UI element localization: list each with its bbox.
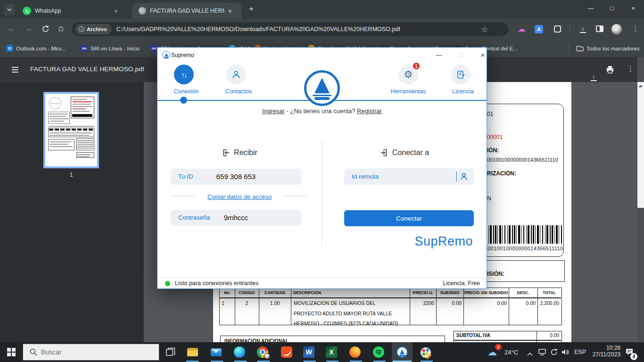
pdf-more-options-icon[interactable]: ⋮ <box>627 65 634 73</box>
pdf-scrollbar-thumb[interactable] <box>637 90 644 208</box>
license-document-icon <box>456 70 465 79</box>
password-field[interactable]: Contraseña 9mhccc <box>171 210 301 226</box>
tab-factura-active[interactable]: FACTURA GAD VALLE HERMOSO × <box>132 3 241 19</box>
reload-icon[interactable] <box>41 25 50 35</box>
taskbar-excel[interactable]: X <box>321 342 342 362</box>
col-header: CANTIDAD <box>259 290 291 295</box>
windows-logo-icon <box>7 348 16 356</box>
thumbnail-page-number: 1 <box>43 171 99 178</box>
tab-contactos-icon[interactable] <box>226 65 246 84</box>
tab-licencia-icon[interactable] <box>451 65 471 84</box>
tab-contactos[interactable]: Contactos <box>217 88 260 95</box>
browser-menu-icon[interactable]: ⋮ <box>632 24 639 33</box>
sidebar-toggle-icon[interactable] <box>596 25 603 32</box>
tab-herramientas[interactable]: Herramientas <box>387 88 429 95</box>
tab-title: FACTURA GAD VALLE HERMOSO <box>150 8 224 14</box>
pdf-download-icon[interactable]: ↓ <box>590 74 598 81</box>
taskbar-search-box[interactable] <box>23 344 159 361</box>
col-header: DESC. <box>509 290 537 295</box>
translate-icon[interactable]: A <box>535 25 543 33</box>
new-tab-button[interactable]: + <box>249 4 254 14</box>
browser-close-button[interactable]: × <box>626 5 640 12</box>
supremo-close-button[interactable]: × <box>475 49 491 61</box>
taskbar-spotify[interactable] <box>368 342 389 362</box>
register-link[interactable]: Registrar <box>357 107 382 115</box>
temperature-text[interactable]: 24°C <box>504 349 518 356</box>
taskbar-chrome[interactable] <box>252 342 273 362</box>
back-icon[interactable]: ← <box>8 24 16 33</box>
your-id-field[interactable]: Tu ID 659 308 653 <box>171 169 301 185</box>
tab-search-chevron-button[interactable] <box>4 4 15 16</box>
all-bookmarks-button[interactable]: Todos los marcadores <box>576 40 640 57</box>
home-icon[interactable]: ⌂ <box>58 23 64 33</box>
bookmarks-divider <box>569 42 569 54</box>
extensions-icon[interactable] <box>554 25 561 33</box>
tray-chevron-up-icon[interactable] <box>527 350 533 358</box>
taskbar-supremo-active[interactable] <box>392 342 413 362</box>
start-button[interactable] <box>0 342 23 362</box>
pdf-page-thumbnail[interactable]: NO LOGO <box>43 92 99 168</box>
taskbar-edge[interactable] <box>229 342 250 362</box>
tab-conexion[interactable]: Conexión <box>165 88 207 95</box>
task-view-icon <box>166 347 175 357</box>
forward-icon[interactable]: → <box>25 24 33 33</box>
remote-id-input[interactable] <box>344 168 474 185</box>
address-book-icon[interactable] <box>460 172 468 181</box>
screen: WhatsApp × FACTURA GAD VALLE HERMOSO × +… <box>0 0 644 362</box>
cell: PROYECTO ADULTO MAYOR RUTA VALLE <box>294 311 392 316</box>
tab-close-icon[interactable]: × <box>228 8 232 15</box>
tab-licencia[interactable]: Licencia <box>442 88 484 95</box>
sync-icon[interactable] <box>550 348 558 358</box>
connect-button[interactable]: Conectar <box>344 210 474 226</box>
cell: 2,200.00 <box>537 300 559 306</box>
supremo-minimize-button[interactable]: — <box>431 49 447 61</box>
pdf-menu-icon[interactable] <box>12 66 18 74</box>
remote-id-field-wrap <box>344 168 474 185</box>
task-view-button[interactable] <box>160 342 181 362</box>
cell: 1.00 <box>259 300 291 306</box>
clock[interactable]: 10:28 27/11/2023 <box>588 345 620 358</box>
firefox-icon <box>349 346 361 358</box>
copy-access-link[interactable]: Copiar datos de acceso <box>207 193 272 200</box>
browser-minimize-button[interactable]: — <box>584 5 598 12</box>
thumbnail-totals-box <box>76 138 94 150</box>
pdf-print-icon[interactable] <box>606 66 614 75</box>
taskbar-paint[interactable] <box>415 342 436 362</box>
cell: 2 <box>235 300 259 306</box>
tray-date: 27/11/2023 <box>588 351 620 358</box>
bookmark-sri-inicio[interactable]: SRISRI en Línea - Inicio <box>81 40 140 57</box>
tab-close-icon[interactable]: × <box>114 8 118 15</box>
weather-extension-icon[interactable]: ☁ <box>518 24 526 34</box>
bookmark-star-icon[interactable]: ☆ <box>481 25 488 34</box>
whatsapp-icon <box>23 7 31 15</box>
col-header: DESCRIPCION <box>291 290 410 295</box>
taskbar-firefox[interactable] <box>345 342 365 362</box>
downloads-icon[interactable]: ↓ <box>579 25 587 33</box>
dash-divider <box>283 196 306 196</box>
tab-conexion-icon[interactable]: ↑↓ <box>174 65 194 84</box>
login-link[interactable]: Ingresar <box>262 107 285 115</box>
search-input[interactable] <box>41 348 145 356</box>
network-icon[interactable] <box>538 349 546 357</box>
spotify-icon <box>373 346 384 358</box>
mail-icon <box>210 346 222 358</box>
volume-icon[interactable] <box>561 348 570 358</box>
pdf-favicon <box>139 7 146 15</box>
taskbar-mail[interactable] <box>206 342 226 362</box>
supremo-status-bar: Listo para conexiones entrantes Licencia… <box>157 277 487 289</box>
thumbnail-no-logo: NO LOGO <box>49 97 61 109</box>
url-text[interactable]: C:/Users/GADPR%20VALLE%20HERMOSO/Downloa… <box>116 26 479 33</box>
browser-maximize-button[interactable]: □ <box>605 5 619 12</box>
pdf-scroll-up-button[interactable] <box>637 82 644 90</box>
taskbar-file-explorer[interactable] <box>182 342 203 362</box>
tab-whatsapp[interactable]: WhatsApp × <box>17 3 126 19</box>
profile-avatar[interactable] <box>611 24 622 34</box>
supremo-maximize-button[interactable]: □ <box>453 49 469 61</box>
invoice-totals-box: SUBTOTAL IVA 0.00 SUBTOTAL 0% 2,200.00 <box>454 331 562 342</box>
invoice-auth-number: 0010010000000014366511110 <box>487 157 558 163</box>
address-bar[interactable]: i Archivo C:/Users/GADPR%20VALLE%20HERMO… <box>72 22 508 36</box>
bookmark-outlook[interactable]: OOutlook.com - Micr... <box>6 40 66 57</box>
language-indicator[interactable]: ESP <box>574 349 586 355</box>
taskbar-word[interactable]: W <box>298 342 319 362</box>
taskbar-foxit[interactable] <box>276 342 297 362</box>
